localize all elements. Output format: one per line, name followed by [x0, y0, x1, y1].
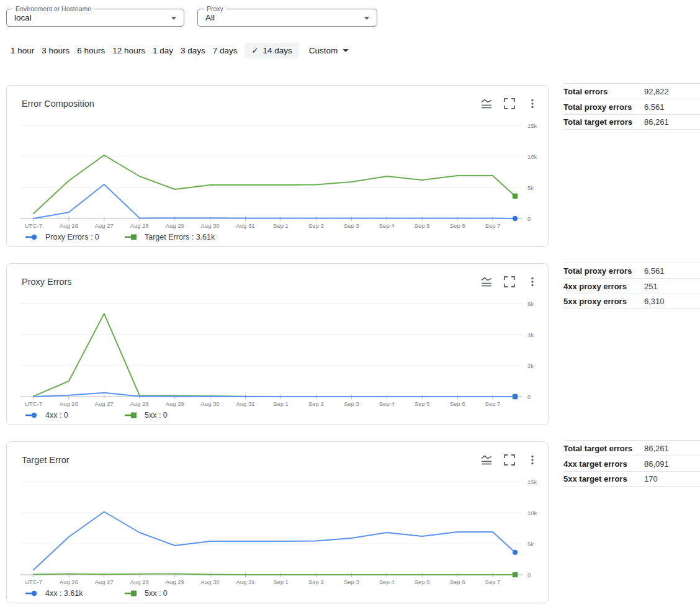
svg-text:Sep 3: Sep 3 [344, 400, 359, 407]
table-row: Total target errors 86,261 [563, 114, 700, 130]
table-row: Total target errors 86,261 [563, 440, 700, 456]
table-row: 4xx proxy errors 251 [563, 278, 700, 294]
stat-label: Total proxy errors [563, 266, 644, 276]
environment-select-value: local [14, 13, 32, 22]
chart-legend: Proxy Errors : 0 Target Errors : 3.61k [25, 233, 224, 241]
svg-text:Aug 28: Aug 28 [130, 222, 149, 229]
stat-value: 251 [644, 282, 658, 291]
time-range-3-hours[interactable]: 3 hours [42, 43, 70, 58]
chart-style-icon[interactable] [481, 98, 492, 109]
svg-text:Sep 2: Sep 2 [308, 222, 324, 229]
fullscreen-icon[interactable] [504, 454, 515, 466]
svg-text:UTC-7: UTC-7 [25, 400, 42, 407]
svg-text:Sep 5: Sep 5 [415, 400, 430, 407]
proxy-errors-chart[interactable]: 6k4k2k0UTC-7Aug 26Aug 27Aug 28Aug 29Aug … [15, 296, 540, 409]
total-errors-table: Total errors 92,822 Total proxy errors 6… [563, 83, 700, 130]
more-vert-icon[interactable] [527, 98, 538, 109]
proxy-errors-table: Total proxy errors 6,561 4xx proxy error… [563, 263, 700, 309]
stat-value: 170 [644, 474, 658, 484]
svg-text:Aug 29: Aug 29 [166, 578, 184, 585]
svg-text:UTC-7: UTC-7 [25, 222, 42, 229]
stat-value: 92,822 [644, 87, 669, 96]
time-range-custom[interactable]: Custom [309, 43, 349, 58]
table-row: 5xx target errors 170 [563, 471, 700, 487]
table-row: Total proxy errors 6,561 [563, 99, 700, 114]
error-analytics-dashboard: Environment or Hostname local Proxy All … [0, 0, 700, 612]
proxy-select[interactable]: Proxy All [197, 9, 377, 27]
target-error-chart[interactable]: 15k10k5k0UTC-7Aug 26Aug 27Aug 28Aug 29Au… [15, 474, 540, 587]
line-circle-marker-icon [25, 412, 40, 419]
stat-value: 6,561 [644, 266, 665, 276]
svg-text:15k: 15k [527, 479, 537, 485]
time-range-bar: 1 hour 3 hours 6 hours 12 hours 1 day 3 … [11, 43, 349, 58]
time-range-1-day[interactable]: 1 day [153, 43, 173, 58]
svg-text:Aug 27: Aug 27 [95, 578, 114, 585]
legend-label: 5xx : 0 [145, 589, 168, 598]
svg-text:Sep 6: Sep 6 [450, 578, 465, 585]
svg-text:0: 0 [527, 215, 531, 222]
stat-value: 86,261 [644, 444, 669, 453]
environment-select[interactable]: Environment or Hostname local [6, 9, 184, 27]
time-range-14-days[interactable]: ✓ 14 days [245, 43, 298, 58]
target-errors-table: Total target errors 86,261 4xx target er… [563, 440, 700, 487]
chart-style-icon[interactable] [481, 454, 492, 466]
svg-text:Sep 7: Sep 7 [485, 578, 501, 585]
card-actions [481, 276, 538, 287]
stat-value: 86,091 [644, 459, 669, 469]
svg-text:5k: 5k [527, 541, 534, 547]
stat-label: 4xx proxy errors [563, 282, 644, 291]
chart-style-icon[interactable] [481, 276, 492, 287]
svg-text:Sep 4: Sep 4 [379, 222, 395, 229]
svg-text:Sep 1: Sep 1 [273, 400, 289, 407]
stat-value: 6,310 [644, 297, 665, 306]
fullscreen-icon[interactable] [504, 276, 515, 287]
svg-text:Aug 31: Aug 31 [236, 222, 254, 229]
svg-text:Sep 1: Sep 1 [273, 578, 289, 585]
error-composition-chart[interactable]: 15k10k5k0UTC-7Aug 26Aug 27Aug 28Aug 29Au… [15, 118, 540, 231]
svg-text:Aug 30: Aug 30 [201, 578, 220, 585]
svg-text:UTC-7: UTC-7 [25, 578, 42, 585]
svg-text:Aug 26: Aug 26 [60, 222, 78, 229]
fullscreen-icon[interactable] [504, 98, 515, 109]
svg-text:Sep 2: Sep 2 [308, 400, 324, 407]
svg-text:Sep 7: Sep 7 [485, 400, 501, 407]
chart-legend: 4xx : 3.61k 5xx : 0 [25, 589, 224, 598]
time-range-6-hours[interactable]: 6 hours [77, 43, 105, 58]
time-range-1-hour[interactable]: 1 hour [11, 43, 34, 58]
chart-legend: 4xx : 0 5xx : 0 [25, 411, 224, 420]
svg-text:Aug 30: Aug 30 [201, 222, 220, 229]
svg-text:Sep 3: Sep 3 [344, 578, 359, 585]
legend-label: 4xx : 3.61k [45, 589, 83, 598]
more-vert-icon[interactable] [527, 454, 538, 466]
environment-select-label: Environment or Hostname [12, 5, 94, 12]
svg-text:Aug 27: Aug 27 [95, 222, 114, 229]
stat-label: 5xx target errors [563, 474, 644, 484]
time-range-12-hours[interactable]: 12 hours [112, 43, 145, 58]
stat-label: Total errors [563, 87, 644, 96]
card-title: Target Error [22, 455, 70, 465]
line-circle-marker-icon [25, 233, 40, 241]
svg-text:Aug 28: Aug 28 [130, 578, 149, 585]
svg-text:Aug 29: Aug 29 [166, 400, 184, 407]
stat-value: 6,561 [644, 102, 665, 112]
svg-text:Aug 26: Aug 26 [60, 400, 78, 407]
time-range-7-days[interactable]: 7 days [213, 43, 238, 58]
svg-text:2k: 2k [527, 362, 534, 369]
svg-text:6k: 6k [527, 300, 534, 307]
legend-label: 5xx : 0 [145, 411, 168, 420]
svg-text:Aug 29: Aug 29 [166, 222, 184, 229]
svg-text:15k: 15k [527, 122, 537, 129]
table-row: Total proxy errors 6,561 [563, 263, 700, 278]
table-row: 5xx proxy errors 6,310 [563, 294, 700, 309]
more-vert-icon[interactable] [527, 276, 538, 287]
svg-text:10k: 10k [527, 153, 537, 160]
stat-label: Total proxy errors [563, 102, 644, 112]
legend-item-5xx: 5xx : 0 [125, 589, 224, 598]
svg-text:Sep 1: Sep 1 [273, 222, 289, 229]
svg-text:Sep 3: Sep 3 [344, 222, 359, 229]
time-range-14-days-label: 14 days [262, 46, 292, 55]
time-range-3-days[interactable]: 3 days [181, 43, 205, 58]
stat-label: Total target errors [563, 117, 644, 127]
legend-item-4xx: 4xx : 0 [25, 411, 125, 420]
stat-value: 86,261 [644, 117, 669, 127]
